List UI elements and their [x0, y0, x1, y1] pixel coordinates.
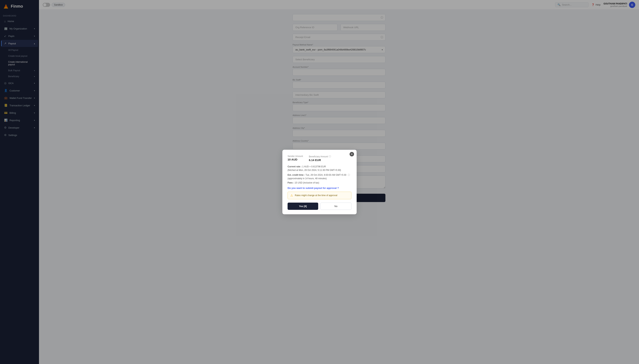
- fees-label: Fees :: [288, 182, 294, 184]
- modal-warning: ⚠ Rates might change at the time of appr…: [288, 192, 351, 199]
- rate-fetched: (fetched at Mon, 28 Oct 2024, 5:11:30 PM…: [288, 169, 341, 172]
- info-icon: ⓘ: [329, 155, 331, 158]
- warning-icon: ⚠: [290, 194, 293, 197]
- current-rate-label: Current rate :: [288, 165, 302, 168]
- fees-info: Fees : 15 USD (inclusive of tax): [288, 182, 351, 184]
- modal-actions: Yes [8] No: [288, 202, 351, 210]
- info-icon: ⓘ: [348, 174, 350, 176]
- modal-close-button[interactable]: ✕: [350, 152, 354, 156]
- current-rate-value: 1 AUD = 0.613798 EUR: [302, 165, 326, 168]
- warning-text: Rates might change at the time of approv…: [295, 194, 337, 197]
- est-credit-approx: (approximately in 14 hours, 48 minutes): [288, 177, 327, 180]
- est-credit-info: Est. credit time : Tue, 29 Oct 2024, 8:0…: [288, 173, 351, 180]
- current-rate-info: Current rate : 1 AUD = 0.613798 EUR (fet…: [288, 165, 351, 172]
- beneficiary-amount-label: Beneficiary Amount ⓘ: [309, 155, 331, 158]
- beneficiary-amount-block: Beneficiary Amount ⓘ 6.14 EUR: [309, 155, 331, 162]
- sender-amount-block: Sender Amount 10 AUD: [288, 155, 303, 162]
- modal-overlay[interactable]: ✕ Sender Amount 10 AUD Beneficiary Amoun…: [0, 0, 639, 364]
- yes-button[interactable]: Yes [8]: [288, 202, 318, 210]
- no-button[interactable]: No: [320, 202, 351, 210]
- fees-value: 15 USD (inclusive of tax): [295, 182, 319, 184]
- sender-amount-value: 10 AUD: [288, 158, 303, 161]
- modal-question: Do you want to submit payout for approva…: [288, 187, 351, 190]
- modal-amounts: Sender Amount 10 AUD Beneficiary Amount …: [288, 155, 351, 162]
- est-credit-label: Est. credit time :: [288, 174, 305, 176]
- confirmation-modal: ✕ Sender Amount 10 AUD Beneficiary Amoun…: [282, 150, 357, 214]
- sender-amount-label: Sender Amount: [288, 155, 303, 158]
- beneficiary-amount-value: 6.14 EUR: [309, 158, 331, 162]
- est-credit-value: Tue, 29 Oct 2024, 8:00:00 AM GMT+5:30: [305, 174, 346, 176]
